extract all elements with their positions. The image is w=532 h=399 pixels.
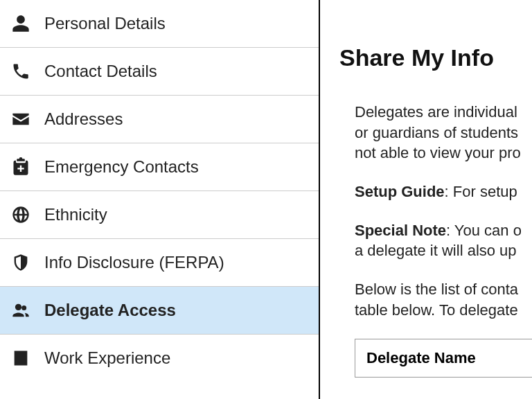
sidebar-item-label: Ethnicity (44, 205, 107, 224)
main-content: Share My Info Delegates are individual o… (320, 0, 532, 399)
sidebar-item-label: Delegate Access (44, 301, 176, 320)
page-heading: Share My Info (339, 44, 532, 71)
sidebar-item-label: Emergency Contacts (44, 157, 199, 177)
sidebar-item-work-experience[interactable]: Work Experience (0, 335, 319, 382)
sidebar-item-personal-details[interactable]: Personal Details (0, 0, 319, 48)
sidebar-item-label: Contact Details (44, 62, 157, 81)
users-icon (10, 299, 32, 321)
sidebar-item-label: Info Disclosure (FERPA) (44, 253, 224, 272)
sidebar-item-info-disclosure[interactable]: Info Disclosure (FERPA) (0, 239, 319, 287)
sidebar-item-emergency-contacts[interactable]: Emergency Contacts (0, 143, 319, 191)
sidebar-item-delegate-access[interactable]: Delegate Access (0, 287, 319, 335)
intro-paragraph: Delegates are individual or guardians of… (355, 102, 532, 163)
sidebar-item-contact-details[interactable]: Contact Details (0, 48, 319, 96)
building-icon (10, 347, 32, 369)
phone-icon (10, 60, 32, 82)
sidebar-item-ethnicity[interactable]: Ethnicity (0, 191, 319, 239)
list-intro-paragraph: Below is the list of conta table below. … (355, 279, 532, 320)
person-icon (10, 12, 32, 35)
sidebar-item-label: Work Experience (44, 348, 170, 368)
shield-icon (10, 251, 32, 274)
setup-guide-paragraph: Setup Guide: For setup (355, 181, 532, 202)
envelope-icon (10, 108, 32, 130)
sidebar-item-addresses[interactable]: Addresses (0, 96, 319, 143)
delegate-table: Delegate Name (339, 339, 532, 378)
sidebar-item-label: Personal Details (44, 14, 166, 33)
clipboard-plus-icon (10, 156, 32, 178)
globe-icon (10, 204, 32, 226)
content-body: Delegates are individual or guardians of… (339, 102, 532, 321)
special-note-paragraph: Special Note: You can o a delegate it wi… (355, 220, 532, 261)
sidebar-item-label: Addresses (44, 109, 123, 129)
table-header-delegate-name: Delegate Name (355, 339, 532, 378)
sidebar: Personal Details Contact Details Address… (0, 0, 320, 399)
